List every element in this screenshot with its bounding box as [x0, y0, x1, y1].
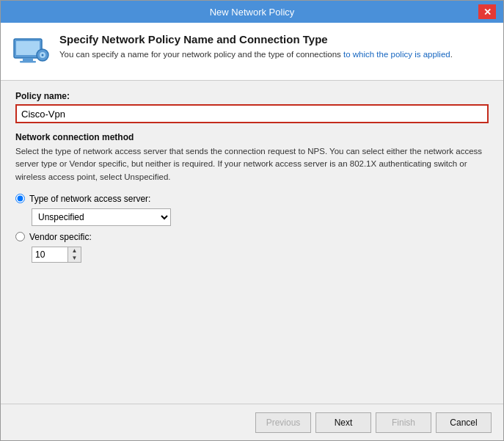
dropdown-row: Unspecified — [32, 208, 489, 226]
footer: Previous Next Finish Cancel — [1, 404, 503, 440]
header-area: Specify Network Policy Name and Connecti… — [1, 23, 503, 81]
policy-name-input[interactable] — [15, 104, 489, 123]
spinner-up-button[interactable]: ▲ — [68, 247, 81, 255]
header-text: Specify Network Policy Name and Connecti… — [59, 33, 453, 60]
radio-type-label[interactable]: Type of network access server: — [29, 194, 150, 204]
vendor-spinner-input[interactable] — [32, 247, 68, 263]
svg-rect-3 — [20, 61, 36, 63]
description: You can specify a name for your network … — [59, 48, 453, 60]
previous-button[interactable]: Previous — [255, 412, 311, 433]
policy-name-label: Policy name: — [15, 91, 489, 101]
radio-vendor-label[interactable]: Vendor specific: — [29, 232, 92, 242]
policy-name-group: Policy name: — [15, 91, 489, 123]
access-server-dropdown[interactable]: Unspecified — [32, 208, 171, 226]
spinner-row: ▲ ▼ — [32, 247, 489, 263]
title-bar: New Network Policy ✕ — [1, 1, 503, 23]
radio-group: Type of network access server: Unspecifi… — [15, 194, 489, 263]
svg-rect-1 — [16, 41, 40, 55]
radio-type-input[interactable] — [15, 194, 25, 203]
next-button[interactable]: Next — [315, 412, 371, 433]
new-network-policy-window: New Network Policy ✕ Specify Network Pol… — [0, 0, 504, 441]
radio-type-row: Type of network access server: — [15, 194, 489, 204]
svg-rect-2 — [23, 58, 33, 61]
window-title: New Network Policy — [26, 7, 478, 18]
body-area: Policy name: Network connection method S… — [1, 81, 503, 404]
spinner-down-button[interactable]: ▼ — [68, 255, 81, 262]
connection-method-section: Network connection method Select the typ… — [15, 132, 489, 263]
section-title: Network connection method — [15, 132, 489, 142]
spinner-buttons: ▲ ▼ — [68, 247, 81, 263]
content-area: Specify Network Policy Name and Connecti… — [1, 23, 503, 440]
cancel-button[interactable]: Cancel — [436, 412, 492, 433]
radio-vendor-row: Vendor specific: — [15, 232, 489, 242]
radio-vendor-input[interactable] — [15, 232, 25, 241]
heading: Specify Network Policy Name and Connecti… — [59, 33, 453, 45]
close-button[interactable]: ✕ — [478, 4, 496, 19]
finish-button[interactable]: Finish — [376, 412, 431, 433]
network-policy-icon — [12, 33, 49, 70]
section-desc: Select the type of network access server… — [15, 145, 489, 183]
svg-point-6 — [42, 54, 44, 57]
